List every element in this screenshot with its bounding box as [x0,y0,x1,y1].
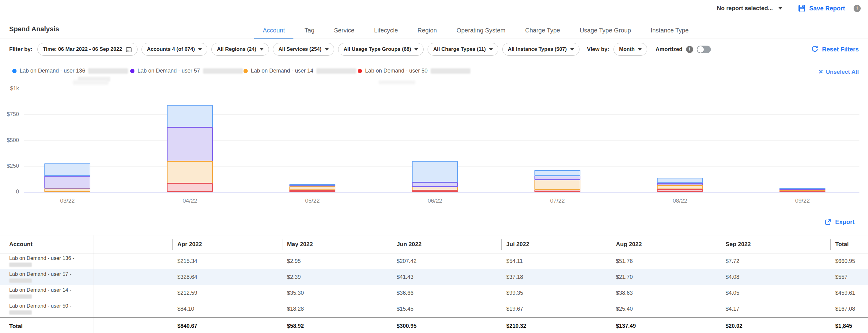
bar-segment-lab-on-demand-user-136[interactable] [44,163,90,176]
save-report-label: Save Report [809,5,845,12]
table-cell: $19.67 [501,301,611,317]
table-cell: $38.63 [611,285,721,301]
table-cell: $1,845 [830,318,868,333]
save-icon [798,4,806,12]
filter-dropdown-label: All Usage Type Groups (68) [344,46,411,52]
filter-dropdown-accounts-4-of-674[interactable]: Accounts 4 (of 674) [142,43,208,56]
table-cell-spacer [93,254,173,269]
table-cell: $215.34 [173,254,282,269]
bar-segment-lab-on-demand-user-14[interactable] [657,185,703,189]
bar-segment-lab-on-demand-user-50[interactable] [534,190,580,192]
table-cell: $328.64 [173,269,282,285]
bar-segment-lab-on-demand-user-50[interactable] [657,189,703,192]
amortized-toggle[interactable] [697,45,711,53]
gridline [24,114,860,115]
reset-filters-label: Reset Filters [822,46,859,53]
bar-segment-lab-on-demand-user-14[interactable] [412,187,458,190]
legend-label: Lab on Demand - user 50 [365,68,428,74]
redacted-text [9,310,32,314]
bar-segment-lab-on-demand-user-57[interactable] [534,176,580,180]
bar-segment-lab-on-demand-user-57[interactable] [44,176,90,189]
table-cell: $660.95 [830,254,868,269]
bar-segment-lab-on-demand-user-57[interactable] [657,183,703,185]
table-cell: $557 [830,269,868,285]
time-filter[interactable]: Time: 06 Mar 2022 - 06 Sep 2022 [37,43,137,56]
table-cell-spacer [93,318,173,333]
view-by-label: View by: [587,46,610,53]
unselect-all-label: Unselect All [826,69,859,75]
redacted-text [431,68,470,74]
table-total-row: Total$840.67$58.92$300.95$210.32$137.49$… [0,317,868,333]
y-axis-label: 0 [0,189,19,195]
table-header-account: Account [0,235,93,253]
bar-segment-lab-on-demand-user-136[interactable] [412,161,458,182]
redacted-text [9,263,32,267]
save-report-button[interactable]: Save Report [798,4,845,12]
filter-dropdown-label: All Regions (24) [217,46,256,52]
info-icon[interactable]: i [854,5,861,12]
table-cell-spacer [93,301,173,317]
export-button[interactable]: Export [825,219,855,226]
table-cell: $300.95 [392,318,501,333]
table-cell: $2.39 [282,269,392,285]
tab-account[interactable]: Account [263,27,285,34]
table-cell: $21.70 [611,269,721,285]
chevron-down-icon [638,48,642,51]
bar-segment-lab-on-demand-user-50[interactable] [167,183,213,192]
report-selector-dropdown[interactable]: No report selected... [717,5,783,12]
chevron-down-icon [414,48,418,51]
tab-service[interactable]: Service [334,27,355,34]
bar-segment-lab-on-demand-user-50[interactable] [412,190,458,192]
view-by-value: Month [619,46,634,52]
bar-segment-lab-on-demand-user-136[interactable] [289,184,335,186]
table-header-aug-2022: Aug 2022 [611,235,721,253]
tab-lifecycle[interactable]: Lifecycle [374,27,398,34]
redacted-text [88,68,128,74]
unselect-all-button[interactable]: ✕ Unselect All [818,68,859,75]
legend-item-lab-on-demand-user-136[interactable]: Lab on Demand - user 136 [12,68,128,74]
bar-segment-lab-on-demand-user-14[interactable] [534,180,580,190]
bar-segment-lab-on-demand-user-57[interactable] [167,127,213,161]
legend-item-lab-on-demand-user-50[interactable]: Lab on Demand - user 50 [358,68,470,74]
legend-color-dot [358,69,362,73]
legend-label: Lab on Demand - user 136 [20,68,85,74]
bar-segment-lab-on-demand-user-136[interactable] [534,170,580,176]
x-axis-line [24,192,860,193]
legend-item-lab-on-demand-user-57[interactable]: Lab on Demand - user 57 [130,68,243,74]
bar-segment-lab-on-demand-user-14[interactable] [44,189,90,192]
y-axis-label: $1k [0,86,19,92]
spend-chart: $1k$750$500$250003/2204/2205/2206/2207/2… [0,79,868,211]
reset-filters-button[interactable]: Reset Filters [811,45,859,53]
bar-segment-lab-on-demand-user-50[interactable] [289,190,335,192]
tab-region[interactable]: Region [417,27,437,34]
spend-table: AccountApr 2022May 2022Jun 2022Jul 2022A… [0,235,868,333]
bar-segment-lab-on-demand-user-14[interactable] [289,187,335,190]
filter-dropdown-all-services-254[interactable]: All Services (254) [273,43,334,56]
amortized-label: Amortized [655,46,682,53]
bar-segment-lab-on-demand-user-136[interactable] [657,178,703,183]
toggle-knob [698,46,704,53]
bar-segment-lab-on-demand-user-14[interactable] [167,161,213,183]
tab-tag[interactable]: Tag [305,27,314,34]
gridline [24,89,860,89]
chevron-down-icon [325,48,329,51]
filter-dropdown-all-charge-types-11[interactable]: All Charge Types (11) [428,43,498,56]
filter-dropdown-label: All Services (254) [278,46,321,52]
bar-segment-lab-on-demand-user-136[interactable] [779,188,826,189]
legend-item-lab-on-demand-user-14[interactable]: Lab on Demand - user 14 [244,68,356,74]
tab-usage-type-group[interactable]: Usage Type Group [580,27,631,34]
amortized-info-icon[interactable]: i [686,46,693,53]
table-header-sep-2022: Sep 2022 [721,235,830,253]
view-by-dropdown[interactable]: Month [614,43,647,56]
bar-segment-lab-on-demand-user-57[interactable] [412,182,458,187]
table-cell: $51.76 [611,254,721,269]
tab-instance-type[interactable]: Instance Type [651,27,688,34]
filter-dropdown-all-regions-24[interactable]: All Regions (24) [211,43,269,56]
legend-label: Lab on Demand - user 14 [251,68,313,74]
filter-dropdown-all-usage-type-groups-68[interactable]: All Usage Type Groups (68) [338,43,424,56]
tab-operating-system[interactable]: Operating System [456,27,505,34]
filter-dropdown-all-instance-types-507[interactable]: All Instance Types (507) [502,43,579,56]
tab-charge-type[interactable]: Charge Type [525,27,560,34]
table-cell: $54.11 [501,254,611,269]
bar-segment-lab-on-demand-user-136[interactable] [167,105,213,127]
